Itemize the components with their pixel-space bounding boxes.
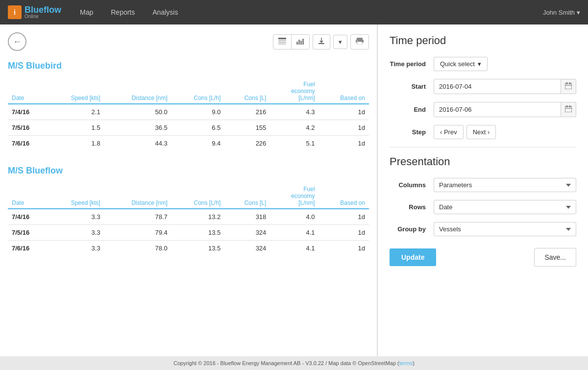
cell-cons: 324 bbox=[224, 241, 270, 256]
col-speed-0: Speed [kts] bbox=[47, 79, 104, 104]
print-button[interactable] bbox=[350, 34, 369, 49]
svg-rect-10 bbox=[357, 42, 362, 45]
save-button[interactable]: Save... bbox=[534, 248, 576, 267]
update-button[interactable]: Update bbox=[390, 248, 436, 266]
rows-row: Rows Date Parameters Vessels bbox=[390, 200, 576, 214]
vessel-title-0: M/S Bluebird bbox=[8, 61, 369, 71]
start-calendar-button[interactable] bbox=[561, 79, 576, 94]
cell-speed: 1.5 bbox=[47, 120, 104, 136]
quick-select-button[interactable]: Quick select ▾ bbox=[434, 57, 488, 71]
start-date-input[interactable] bbox=[434, 79, 561, 94]
back-button[interactable]: ← bbox=[8, 32, 26, 51]
cell-date: 7/6/16 bbox=[8, 136, 47, 151]
table-row: 7/4/16 3.3 78.7 13.2 318 4.0 1d bbox=[8, 209, 369, 225]
svg-rect-14 bbox=[569, 82, 570, 84]
cell-speed: 2.1 bbox=[47, 104, 104, 120]
cell-cons: 155 bbox=[224, 120, 270, 136]
cell-distance: 36.5 bbox=[104, 120, 172, 136]
cell-fuel-economy: 4.2 bbox=[270, 120, 318, 136]
footer: Copyright © 2016 - Blueflow Energy Manag… bbox=[0, 356, 588, 370]
prev-button[interactable]: ‹ Prev bbox=[434, 125, 464, 139]
step-buttons: ‹ Prev Next › bbox=[434, 125, 496, 139]
columns-row: Columns Parameters Date Vessels bbox=[390, 178, 576, 192]
cell-fuel-economy: 5.1 bbox=[270, 136, 318, 151]
svg-rect-5 bbox=[298, 40, 300, 45]
view-toggle-group bbox=[273, 34, 310, 49]
svg-rect-13 bbox=[566, 82, 567, 84]
time-period-title: Time period bbox=[390, 34, 576, 47]
svg-point-11 bbox=[357, 41, 358, 42]
svg-rect-3 bbox=[278, 44, 286, 45]
next-label: Next › bbox=[473, 128, 490, 136]
cell-date: 7/5/16 bbox=[8, 225, 47, 241]
group-by-select[interactable]: Vessels Date Parameters bbox=[434, 222, 576, 236]
cell-based-on: 1d bbox=[319, 225, 369, 241]
svg-rect-17 bbox=[566, 105, 567, 107]
action-row: Update Save... bbox=[390, 248, 576, 267]
cell-distance: 50.0 bbox=[104, 104, 172, 120]
right-panel: Time period Time period Quick select ▾ S… bbox=[377, 25, 588, 356]
cell-fuel-economy: 4.1 bbox=[270, 241, 318, 256]
cell-cons-rate: 13.5 bbox=[172, 241, 224, 256]
download-icon bbox=[318, 38, 325, 46]
back-icon: ← bbox=[13, 37, 22, 47]
end-calendar-button[interactable] bbox=[561, 102, 576, 117]
table-row: 7/5/16 1.5 36.5 6.5 155 4.2 1d bbox=[8, 120, 369, 136]
cell-cons: 324 bbox=[224, 225, 270, 241]
download-button[interactable] bbox=[313, 34, 330, 49]
end-row: End bbox=[390, 102, 576, 117]
columns-select[interactable]: Parameters Date Vessels bbox=[434, 178, 576, 192]
table-icon bbox=[278, 38, 286, 46]
col-cons-0: Cons [L] bbox=[224, 79, 270, 104]
nav-analysis[interactable]: Analysis bbox=[148, 6, 182, 18]
col-fuel-1: Fueleconomy[L/nm] bbox=[270, 184, 318, 209]
cell-cons-rate: 13.5 bbox=[172, 225, 224, 241]
start-row: Start bbox=[390, 79, 576, 94]
table-view-button[interactable] bbox=[273, 35, 292, 49]
user-menu[interactable]: John Smith ▾ bbox=[543, 9, 580, 16]
download-dropdown-button[interactable]: ▾ bbox=[333, 35, 347, 49]
prev-label: ‹ Prev bbox=[440, 128, 457, 136]
quick-select-dropdown-icon: ▾ bbox=[478, 60, 481, 68]
end-date-input[interactable] bbox=[434, 102, 561, 117]
left-panel: ← ▾ bbox=[0, 25, 377, 356]
col-cons-rate-0: Cons [L/h] bbox=[172, 79, 224, 104]
cell-cons-rate: 6.5 bbox=[172, 120, 224, 136]
col-cons-rate-1: Cons [L/h] bbox=[172, 184, 224, 209]
print-icon bbox=[356, 38, 364, 46]
cell-date: 7/5/16 bbox=[8, 120, 47, 136]
cell-cons-rate: 9.0 bbox=[172, 104, 224, 120]
step-row: Step ‹ Prev Next › bbox=[390, 125, 576, 139]
cell-based-on: 1d bbox=[319, 120, 369, 136]
brand-name: Blueflow bbox=[24, 5, 61, 14]
cell-based-on: 1d bbox=[319, 104, 369, 120]
footer-terms-link[interactable]: terms bbox=[399, 360, 413, 366]
nav-map[interactable]: Map bbox=[76, 6, 97, 18]
cell-based-on: 1d bbox=[319, 241, 369, 256]
svg-rect-6 bbox=[300, 41, 302, 45]
chart-icon bbox=[296, 38, 304, 46]
rows-select[interactable]: Date Parameters Vessels bbox=[434, 200, 576, 214]
table-row: 7/6/16 1.8 44.3 9.4 226 5.1 1d bbox=[8, 136, 369, 151]
nav-reports[interactable]: Reports bbox=[107, 6, 139, 18]
end-label: End bbox=[390, 106, 434, 113]
quick-select-label: Quick select bbox=[440, 60, 475, 68]
vessels-container: M/S Bluebird Date Speed [kts] Distance [… bbox=[8, 61, 369, 256]
brand-icon: i bbox=[8, 5, 22, 19]
cell-speed: 3.3 bbox=[47, 241, 104, 256]
cell-speed: 3.3 bbox=[47, 209, 104, 225]
chart-view-button[interactable] bbox=[292, 35, 309, 49]
time-period-label: Time period bbox=[390, 60, 434, 68]
col-fuel-0: Fueleconomy[L/nm] bbox=[270, 79, 318, 104]
cell-distance: 78.0 bbox=[104, 241, 172, 256]
toolbar: ← ▾ bbox=[8, 32, 369, 51]
next-button[interactable]: Next › bbox=[466, 125, 496, 139]
svg-rect-0 bbox=[278, 38, 286, 39]
cell-fuel-economy: 4.3 bbox=[270, 104, 318, 120]
start-input-group bbox=[434, 79, 576, 94]
cell-cons: 226 bbox=[224, 136, 270, 151]
cell-fuel-economy: 4.1 bbox=[270, 225, 318, 241]
step-label: Step bbox=[390, 128, 434, 136]
col-cons-1: Cons [L] bbox=[224, 184, 270, 209]
group-by-label: Group by bbox=[390, 225, 434, 233]
